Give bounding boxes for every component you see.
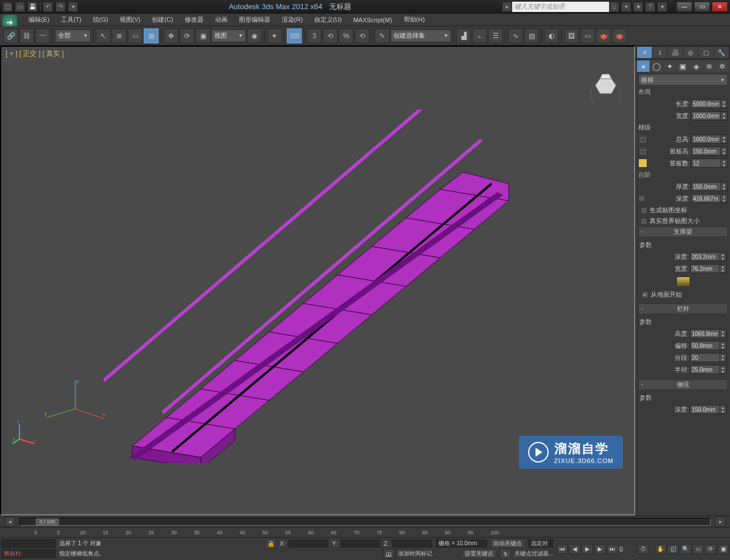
angle-snap-icon[interactable]: ⟲ xyxy=(323,29,338,43)
zoom-icon[interactable]: 🔍 xyxy=(680,544,691,554)
menu-create[interactable]: 创建(C) xyxy=(146,14,179,26)
selection-filter-combo[interactable]: 全部▼ xyxy=(55,30,91,42)
lock-selection-icon[interactable]: 🔒 xyxy=(265,538,277,549)
keyfilter-button[interactable]: 关键点过滤器... xyxy=(514,550,553,558)
add-time-tag-label[interactable]: 添加时间标记 xyxy=(398,550,432,558)
riser-height-spinner[interactable]: ▲▼ xyxy=(691,147,728,156)
coord-z-field[interactable] xyxy=(392,539,432,547)
select-icon[interactable]: ↖ xyxy=(96,29,111,43)
script-input[interactable] xyxy=(1,539,56,548)
menu-help[interactable]: 帮助(H) xyxy=(398,14,431,26)
real-world-checkbox[interactable] xyxy=(640,218,647,225)
named-selection-combo[interactable]: 创建选择集▼ xyxy=(391,30,451,42)
panel-scroll[interactable]: 布局 长度: ▲▼ 宽度: ▲▼ 梯级 ⬚ 总高: ▲▼ ⬚ 竖板高: ▲▼ ⊡ xyxy=(636,87,730,516)
menu-edit[interactable]: 编辑(E) xyxy=(23,14,55,26)
cat-spacewarps-icon[interactable]: ≋ xyxy=(703,60,716,72)
tab-create-icon[interactable]: ✳ xyxy=(637,47,652,58)
play-icon[interactable]: ▶ xyxy=(582,544,593,554)
link-icon[interactable]: 🔗 xyxy=(3,29,18,43)
time-tag-icon[interactable]: 🕮 xyxy=(383,549,395,559)
menu-views[interactable]: 视图(V) xyxy=(114,14,147,26)
tab-modify-icon[interactable]: ⤹ xyxy=(652,47,667,58)
save-icon[interactable]: 💾 xyxy=(27,2,38,12)
use-pivot-icon[interactable]: ◉ xyxy=(247,29,262,43)
render-production-icon[interactable]: 🫖 xyxy=(596,29,611,43)
time-next-icon[interactable]: ▸ xyxy=(715,517,725,527)
cat-helpers-icon[interactable]: ◈ xyxy=(690,60,703,72)
goto-end-icon[interactable]: ⏭ xyxy=(607,544,618,554)
undo-icon[interactable]: ↶ xyxy=(43,2,53,12)
menu-group[interactable]: 组(G) xyxy=(87,14,114,26)
align-icon[interactable]: ⫠ xyxy=(472,29,487,43)
render-iterative-icon[interactable]: 🫖 xyxy=(612,29,627,43)
new-icon[interactable]: ▢ xyxy=(2,2,13,12)
key-mode-icon[interactable]: ↯ xyxy=(500,549,511,559)
menu-rendering[interactable]: 渲染(R) xyxy=(276,14,309,26)
menu-grapheditors[interactable]: 图形编辑器 xyxy=(233,14,276,26)
current-frame-field[interactable]: 0 xyxy=(619,546,636,553)
minimize-button[interactable]: — xyxy=(676,2,692,12)
cat-systems-icon[interactable]: ✲ xyxy=(716,60,729,72)
prev-frame-icon[interactable]: ◀ xyxy=(569,544,581,554)
exchange-icon[interactable]: ✦ xyxy=(621,2,631,12)
riserh-lock-icon[interactable]: ⬚ xyxy=(638,147,647,156)
tab-hierarchy-icon[interactable]: 品 xyxy=(668,47,683,58)
stringer-depth-spinner[interactable]: ▲▼ xyxy=(690,405,727,414)
infocentre-icon[interactable]: ▸ xyxy=(502,2,512,12)
riser-count-spinner[interactable]: ▲▼ xyxy=(691,159,728,168)
zoom-extents-icon[interactable]: ◱ xyxy=(667,544,679,554)
orbit-icon[interactable]: ⟳ xyxy=(705,544,716,554)
scale-icon[interactable]: ▣ xyxy=(196,29,210,43)
tab-utilities-icon[interactable]: 🔧 xyxy=(714,47,729,58)
select-region-rect-icon[interactable]: ▭ xyxy=(128,29,143,43)
close-button[interactable]: ✕ xyxy=(712,2,728,12)
rail-rollout-header[interactable]: -栏杆 xyxy=(638,303,728,314)
time-thumb[interactable]: 0 / 100 xyxy=(36,518,59,525)
help-icon[interactable]: ? xyxy=(645,2,655,12)
step-depth-checkbox[interactable] xyxy=(638,195,645,202)
unlink-icon[interactable]: ⛓ xyxy=(19,29,34,43)
select-manipulate-icon[interactable]: ✦ xyxy=(267,29,282,43)
menu-maxscript[interactable]: MAXScript(M) xyxy=(347,15,398,25)
cat-shapes-icon[interactable]: ◯ xyxy=(650,60,663,72)
carriage-material-button[interactable] xyxy=(676,277,690,287)
object-type-combo[interactable]: 楼梯▼ xyxy=(638,74,728,86)
selkey-combo[interactable]: 选定对 xyxy=(528,539,553,547)
percent-snap-icon[interactable]: % xyxy=(339,29,354,43)
layer-manager-icon[interactable]: ☰ xyxy=(488,29,503,43)
time-ruler[interactable]: 0 5 10 15 20 25 30 35 40 45 50 55 60 65 … xyxy=(0,527,730,537)
spinner-snap-icon[interactable]: ⟲ xyxy=(355,29,370,43)
viewport[interactable]: [ + ] [ 正交 ] [ 真实 ] xyxy=(0,46,635,516)
fov-icon[interactable]: ▭ xyxy=(692,544,704,554)
window-crossing-icon[interactable]: ▦ xyxy=(144,29,159,43)
ref-coord-combo[interactable]: 视图▼ xyxy=(212,30,246,42)
overall-height-spinner[interactable]: ▲▼ xyxy=(691,135,728,144)
cat-geometry-icon[interactable]: ● xyxy=(637,60,650,72)
viewport-label[interactable]: [ + ] [ 正交 ] [ 真实 ] xyxy=(6,49,64,59)
favorites-icon[interactable]: ★ xyxy=(633,2,643,12)
select-by-name-icon[interactable]: ≣ xyxy=(112,29,127,43)
rotate-icon[interactable]: ⟳ xyxy=(180,29,194,43)
overall-lock-icon[interactable]: ⬚ xyxy=(638,135,647,144)
tab-motion-icon[interactable]: ◎ xyxy=(683,47,698,58)
length-spinner[interactable]: ▲▼ xyxy=(691,99,728,108)
width-spinner[interactable]: ▲▼ xyxy=(691,111,728,120)
time-slider[interactable]: 0 / 100 xyxy=(19,518,711,526)
stringer-rollout-header[interactable]: -侧弦 xyxy=(638,379,728,390)
open-icon[interactable]: ▭ xyxy=(15,2,25,12)
cat-cameras-icon[interactable]: ▣ xyxy=(676,60,689,72)
keyboard-shortcut-icon[interactable]: ⌨ xyxy=(287,29,302,43)
tab-display-icon[interactable]: ▢ xyxy=(699,47,713,58)
search-input[interactable]: 键入关键字或短语 xyxy=(512,2,609,12)
gen-map-checkbox[interactable] xyxy=(640,207,647,214)
snap-toggle-icon[interactable]: 3 xyxy=(307,29,322,43)
schematic-view-icon[interactable]: ▤ xyxy=(524,29,539,43)
bind-spacewarp-icon[interactable]: 〰 xyxy=(35,29,50,43)
rail-height-spinner[interactable]: ▲▼ xyxy=(690,329,727,338)
rail-offset-spinner[interactable]: ▲▼ xyxy=(690,341,727,350)
material-editor-icon[interactable]: ◐ xyxy=(544,29,559,43)
coord-y-field[interactable] xyxy=(340,539,380,547)
carriage-depth-spinner[interactable]: ▲▼ xyxy=(690,252,727,261)
carriage-width-spinner[interactable]: ▲▼ xyxy=(690,264,727,273)
menu-animation[interactable]: 动画 xyxy=(209,14,233,26)
